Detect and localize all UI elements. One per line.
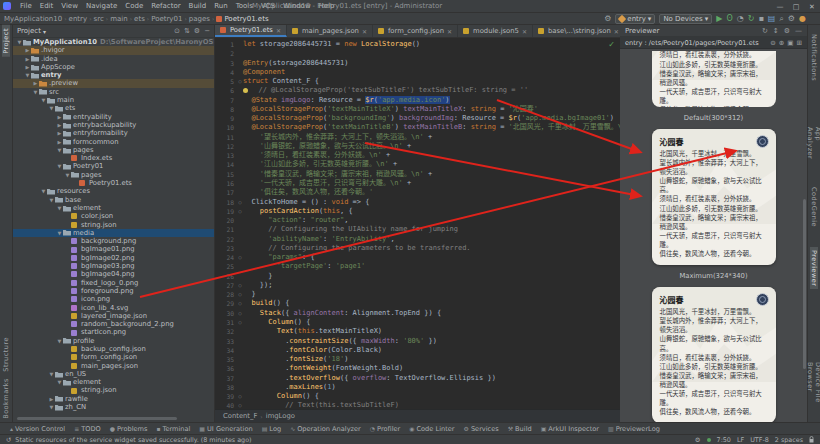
tree-row-resources[interactable]: ▼resources	[13, 187, 214, 195]
menu-run[interactable]: Run	[210, 2, 231, 10]
tree-toggle-icon[interactable]: ▶	[24, 63, 31, 71]
tree-row-bgimage03.png[interactable]: bgImage03.png	[13, 262, 214, 270]
code-editor[interactable]: 1let storage2086445731 = new LocalStorag…	[215, 38, 620, 409]
tree-row-main[interactable]: ▼main	[13, 96, 214, 104]
code-line-35[interactable]: 35 .fontSize('18')	[215, 355, 620, 364]
tool-button-codegenie[interactable]: CodeGenie	[810, 184, 818, 230]
tree-toggle-icon[interactable]: ▼	[48, 403, 55, 411]
tree-row-profile[interactable]: ▼profile	[13, 337, 214, 345]
tab-base...string.json[interactable]: base\...\string.json✕	[533, 25, 625, 37]
tree-toggle-icon[interactable]: ▶	[24, 55, 31, 63]
tool-window-build[interactable]: ⚒Build	[508, 425, 532, 433]
widget-preview-card-2[interactable]: 沁园春北国风光，千里冰封，万里雪飘。望长城内外，惟余莽莽；大河上下，顿失滔滔。山…	[652, 129, 776, 265]
tree-row-main_pages.json[interactable]: main_pages.json	[13, 362, 214, 370]
tree-row-media[interactable]: ▼media	[13, 229, 214, 237]
breadcrumb-item[interactable]: ets	[134, 15, 145, 23]
tree-toggle-icon[interactable]: ▼	[40, 187, 47, 195]
tool-window-log[interactable]: ▤Log	[262, 425, 281, 433]
project-view-selector[interactable]: Project	[17, 27, 41, 35]
device-manager-icon[interactable]: ▤	[768, 14, 776, 24]
stop-button[interactable]: ▪	[758, 14, 763, 24]
tool-button-app-analyzer[interactable]: App Analyzer	[806, 124, 820, 168]
tree-row-starticon.png[interactable]: startIcon.png	[13, 328, 214, 336]
tool-button-previewer[interactable]: Previewer	[810, 247, 818, 289]
tree-row-string.json[interactable]: string.json	[13, 221, 214, 229]
search-icon[interactable]: ⌕	[779, 14, 783, 24]
tree-row-bgimage04.png[interactable]: bgImage04.png	[13, 270, 214, 278]
menu-code[interactable]: Code	[121, 2, 147, 10]
tree-row-fixed_logo_0.png[interactable]: fixed_logo_0.png	[13, 279, 214, 287]
breadcrumb-item[interactable]: src	[94, 15, 104, 23]
tool-button-structure[interactable]: Structure	[2, 334, 10, 375]
tree-toggle-icon[interactable]: ▼	[56, 378, 63, 386]
tool-window-problems[interactable]: ●Problems	[110, 425, 148, 433]
ide-settings-icon[interactable]: ⚙	[788, 14, 795, 24]
editor-breadcrumb-item[interactable]: Content_F	[223, 412, 257, 420]
previewer-settings-icon[interactable]: ⚙	[784, 27, 790, 35]
tree-toggle-icon[interactable]: ▼	[56, 162, 63, 170]
tree-row-.hvigor[interactable]: ▶.hvigor	[13, 46, 214, 54]
tree-toggle-icon[interactable]: ▶	[56, 129, 63, 137]
code-line-24[interactable]: 24○ "params": {	[215, 253, 620, 262]
menu-navigate[interactable]: Navigate	[82, 2, 121, 10]
code-line-17[interactable]: 17 '俱往矣，数风流人物，还看今朝。'	[215, 188, 620, 197]
encoding[interactable]: UTF-8	[750, 436, 769, 444]
code-line-21[interactable]: 21 // Configuring the UIAbility name for…	[215, 225, 620, 234]
tree-row-appscope[interactable]: ▶AppScope	[13, 63, 214, 71]
horizontal-scrollbar[interactable]	[17, 417, 177, 420]
tree-toggle-icon[interactable]: ▶	[32, 79, 39, 87]
maximize-button[interactable]: □	[788, 3, 804, 11]
code-line-9[interactable]: 9 @LocalStorageProp('backgroundImg') bac…	[215, 114, 620, 123]
tree-toggle-icon[interactable]: ▶	[56, 138, 63, 146]
tree-row-background.png[interactable]: background.png	[13, 237, 214, 245]
tab-module.json5[interactable]: module.json5✕	[458, 25, 533, 37]
code-line-38[interactable]: 38 .maxLines(1)	[215, 383, 620, 392]
code-line-40[interactable]: 40○ // Text(this.textSubTitleF)	[215, 401, 620, 409]
code-line-31[interactable]: 31○ Column() {	[215, 318, 620, 327]
code-line-27[interactable]: 27○ });	[215, 281, 620, 290]
code-line-18[interactable]: 18○ ClickToHome = () : void => {	[215, 198, 620, 207]
fit-screen-icon[interactable]: ▣	[787, 39, 793, 47]
zoom-out-icon[interactable]: ⊖	[770, 39, 776, 47]
tree-toggle-icon[interactable]: ▼	[56, 229, 63, 237]
code-line-3[interactable]: 3@Entry(storage2086445731)	[215, 59, 620, 68]
tree-row-backup_config.json[interactable]: backup_config.json	[13, 345, 214, 353]
code-line-13[interactable]: 13 '须晴日，看红装素裹，分外妖娆。\n' +	[215, 151, 620, 160]
tree-toggle-icon[interactable]: ▼	[64, 171, 71, 179]
tree-row-layered_image.json[interactable]: layered_image.json	[13, 312, 214, 320]
expand-collapse-icon[interactable]: ⇅	[184, 27, 190, 35]
restart-button[interactable]: ↻	[748, 14, 755, 24]
menu-refactor[interactable]: Refactor	[147, 2, 184, 10]
tool-window-terminal[interactable]: ▪Terminal	[156, 425, 190, 433]
menu-view[interactable]: View	[57, 2, 82, 10]
code-line-10[interactable]: 10 @LocalStorageProp('textMainTitleB') t…	[215, 123, 620, 132]
tree-row-rawfile[interactable]: ▶rawfile	[13, 395, 214, 403]
tool-button-notifications[interactable]: Notifications	[810, 31, 818, 84]
debug-button[interactable]: ʘ	[726, 14, 732, 24]
tree-row-pages[interactable]: ▼pages	[13, 171, 214, 179]
tree-row-.idea[interactable]: ▶.idea	[13, 55, 214, 63]
tree-row-entry[interactable]: ▼entry	[13, 71, 214, 79]
tool-button-device-file-browser[interactable]: Device File Browser	[806, 359, 820, 422]
tree-toggle-icon[interactable]: ▼	[24, 71, 31, 79]
tree-row-myapplication10[interactable]: ▼MyApplication10D:\SoftwareProject\Haron…	[13, 38, 214, 46]
code-line-37[interactable]: 37 .textOverflow({ overflow: TextOverflo…	[215, 374, 620, 383]
tree-toggle-icon[interactable]: ▼	[48, 104, 55, 112]
breadcrumb-item[interactable]: Poetry01	[151, 15, 182, 23]
tree-toggle-icon[interactable]: ▼	[48, 196, 55, 204]
tree-row-poetry01.ets[interactable]: Poetry01.ets	[13, 179, 214, 187]
tool-window-services[interactable]: ⚙Services	[464, 425, 499, 433]
minimize-button[interactable]: —	[772, 3, 788, 11]
tree-toggle-icon[interactable]: ▶	[24, 46, 31, 54]
tree-row-element[interactable]: ▼element	[13, 378, 214, 386]
indent-setting[interactable]: 2 spaces	[775, 436, 803, 444]
notifications-icon[interactable]: ●	[799, 14, 806, 24]
close-tab-icon[interactable]: ✕	[522, 28, 527, 35]
tree-row-color.json[interactable]: color.json	[13, 212, 214, 220]
tree-row-bgimage01.png[interactable]: bgImage01.png	[13, 245, 214, 253]
code-line-28[interactable]: 28○ }	[215, 290, 620, 299]
close-tab-icon[interactable]: ✕	[614, 28, 619, 35]
status-settings-icon[interactable]: ⚙	[695, 436, 701, 444]
tree-toggle-icon[interactable]: ▶	[56, 113, 63, 121]
editor-breadcrumb-item[interactable]: imgLogo	[266, 412, 295, 420]
